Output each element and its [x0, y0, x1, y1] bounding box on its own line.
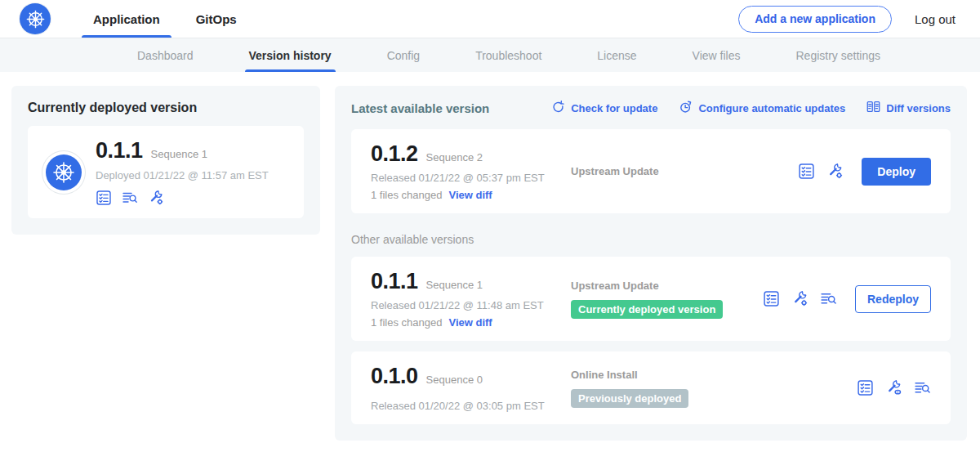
tab-application[interactable]: Application — [82, 0, 172, 38]
previously-deployed-badge: Previously deployed — [571, 389, 688, 408]
preflight-checks-icon[interactable] — [763, 290, 780, 307]
refresh-icon — [551, 100, 565, 116]
version-number: 0.1.2 — [371, 141, 418, 167]
logout-link[interactable]: Log out — [915, 12, 956, 26]
version-source-label: Upstream Update — [571, 165, 798, 177]
edit-config-icon[interactable] — [148, 190, 164, 206]
sequence-label: Sequence 2 — [426, 151, 483, 163]
preflight-checks-icon[interactable] — [798, 163, 815, 180]
currently-deployed-badge: Currently deployed version — [571, 300, 723, 319]
deploy-logs-icon[interactable] — [820, 290, 837, 307]
configure-automatic-updates-link[interactable]: Configure automatic updates — [679, 100, 845, 116]
sequence-label: Sequence 0 — [426, 374, 483, 386]
deploy-logs-icon[interactable] — [122, 190, 138, 206]
subnav-view-files[interactable]: View files — [688, 38, 745, 72]
version-row-0-1-1: 0.1.1 Sequence 1 Released 01/21/22 @ 11:… — [351, 257, 951, 341]
subnav-config[interactable]: Config — [383, 38, 424, 72]
redeploy-button[interactable]: Redeploy — [855, 285, 931, 313]
subnav-registry-settings[interactable]: Registry settings — [791, 38, 884, 72]
version-row-0-1-2: 0.1.2 Sequence 2 Released 01/21/22 @ 05:… — [351, 129, 951, 213]
deployed-sequence-label: Sequence 1 — [151, 148, 207, 160]
released-timestamp: Released 01/21/22 @ 11:48 am EST — [371, 299, 571, 311]
edit-config-icon[interactable] — [826, 163, 844, 180]
latest-available-title: Latest available version — [351, 101, 489, 115]
subnav-license[interactable]: License — [593, 38, 640, 72]
deploy-logs-icon[interactable] — [914, 379, 931, 396]
deploy-button[interactable]: Deploy — [862, 158, 931, 186]
currently-deployed-title: Currently deployed version — [28, 101, 304, 115]
preflight-checks-icon[interactable] — [96, 190, 112, 206]
files-changed-label: 1 files changed — [371, 189, 442, 201]
version-number: 0.1.0 — [371, 364, 418, 389]
subnav-dashboard[interactable]: Dashboard — [133, 38, 198, 72]
top-header: Application GitOps Add a new application… — [0, 0, 980, 38]
add-application-button[interactable]: Add a new application — [738, 6, 892, 33]
currently-deployed-panel: Currently deployed version 0.1.1 — [11, 86, 320, 235]
schedule-update-icon — [679, 100, 693, 116]
subnav-version-history[interactable]: Version history — [245, 38, 336, 72]
diff-versions-link[interactable]: Diff versions — [866, 100, 951, 116]
view-diff-link[interactable]: View diff — [448, 189, 492, 201]
view-diff-link[interactable]: View diff — [448, 316, 492, 329]
edit-config-icon[interactable] — [791, 290, 808, 307]
view-config-icon[interactable] — [885, 379, 902, 396]
version-row-0-1-0: 0.1.0 Sequence 0 Released 01/20/22 @ 03:… — [351, 351, 951, 424]
sequence-label: Sequence 1 — [426, 279, 483, 291]
version-source-label: Online Install — [571, 369, 857, 381]
other-versions-title: Other available versions — [351, 233, 951, 246]
available-versions-panel: Latest available version Check for updat… — [335, 86, 967, 441]
check-for-update-link[interactable]: Check for update — [551, 100, 657, 116]
preflight-checks-icon[interactable] — [857, 379, 874, 396]
deployed-timestamp: Deployed 01/21/22 @ 11:57 am EST — [96, 169, 269, 181]
tab-gitops[interactable]: GitOps — [185, 0, 248, 38]
app-subnav: Dashboard Version history Config Trouble… — [0, 38, 980, 72]
deployed-version-number: 0.1.1 — [96, 138, 143, 163]
released-timestamp: Released 01/20/22 @ 03:05 pm EST — [371, 400, 571, 412]
kubernetes-wheel-icon — [20, 3, 51, 34]
subnav-troubleshoot[interactable]: Troubleshoot — [471, 38, 546, 72]
version-number: 0.1.1 — [371, 269, 418, 294]
files-changed-label: 1 files changed — [371, 316, 442, 329]
version-source-label: Upstream Update — [571, 280, 763, 292]
diff-icon — [866, 100, 880, 116]
released-timestamp: Released 01/21/22 @ 05:37 pm EST — [371, 172, 571, 184]
app-logo-kubernetes-icon — [46, 154, 82, 190]
deployed-version-card: 0.1.1 Sequence 1 Deployed 01/21/22 @ 11:… — [28, 126, 304, 218]
